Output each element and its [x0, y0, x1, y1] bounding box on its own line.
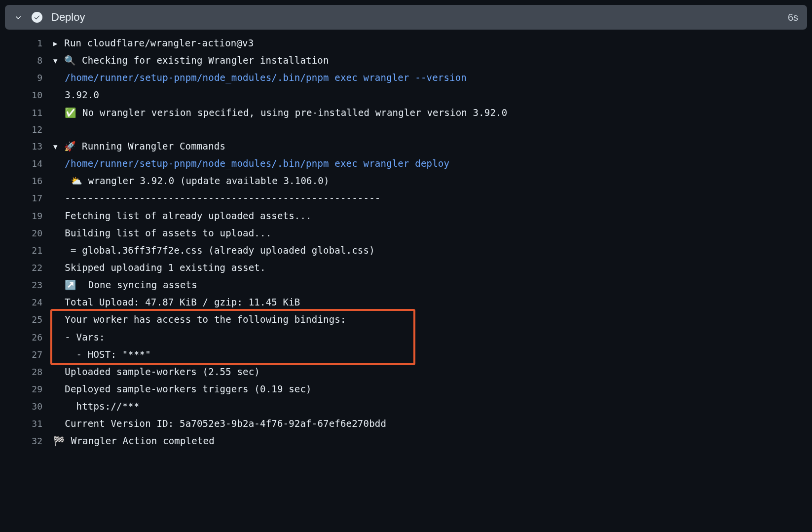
- log-line[interactable]: 30 https://***: [5, 398, 807, 415]
- line-number: 20: [5, 225, 53, 241]
- line-content: /home/runner/setup-pnpm/node_modules/.bi…: [53, 155, 807, 172]
- line-number: 28: [5, 364, 53, 380]
- log-line[interactable]: 25 Your worker has access to the followi…: [5, 311, 807, 328]
- line-number: 8: [5, 52, 53, 69]
- line-content: 3.92.0: [53, 86, 807, 104]
- line-number: 19: [5, 208, 53, 224]
- log-line[interactable]: 17 -------------------------------------…: [5, 190, 807, 207]
- log-line[interactable]: 32🏁 Wrangler Action completed: [5, 432, 807, 450]
- line-content: Total Upload: 47.87 KiB / gzip: 11.45 Ki…: [53, 294, 807, 311]
- line-number: 32: [5, 433, 53, 449]
- line-number: 23: [5, 277, 53, 293]
- log-line[interactable]: 10 3.92.0: [5, 86, 807, 104]
- log-line[interactable]: 14 /home/runner/setup-pnpm/node_modules/…: [5, 155, 807, 172]
- log-line[interactable]: 16 ⛅️ wrangler 3.92.0 (update available …: [5, 172, 807, 190]
- line-number: 16: [5, 173, 53, 189]
- log-line[interactable]: 24 Total Upload: 47.87 KiB / gzip: 11.45…: [5, 294, 807, 311]
- log-line[interactable]: 26 - Vars:: [5, 329, 807, 346]
- line-number: 29: [5, 381, 53, 397]
- line-content: Deployed sample-workers triggers (0.19 s…: [53, 380, 807, 398]
- log-output: 1 Run cloudflare/wrangler-action@v38 🔍 C…: [5, 35, 807, 450]
- log-line[interactable]: 13 🚀 Running Wrangler Commands: [5, 138, 807, 155]
- line-content: Fetching list of already uploaded assets…: [53, 207, 807, 225]
- step-header[interactable]: Deploy 6s: [5, 5, 807, 30]
- step-duration: 6s: [788, 12, 798, 23]
- log-line[interactable]: 9 /home/runner/setup-pnpm/node_modules/.…: [5, 69, 807, 86]
- line-content: 🏁 Wrangler Action completed: [53, 432, 807, 450]
- line-content: ✅ No wrangler version specified, using p…: [53, 104, 807, 121]
- log-line[interactable]: 8 🔍 Checking for existing Wrangler insta…: [5, 52, 807, 69]
- line-number: 31: [5, 416, 53, 432]
- line-number: 14: [5, 155, 53, 172]
- line-number: 25: [5, 311, 53, 328]
- log-line[interactable]: 28 Uploaded sample-workers (2.55 sec): [5, 363, 807, 380]
- line-number: 22: [5, 260, 53, 276]
- check-circle-icon: [32, 12, 42, 23]
- line-number: 30: [5, 398, 53, 415]
- line-number: 24: [5, 294, 53, 310]
- line-number: 27: [5, 346, 53, 363]
- line-number: 26: [5, 329, 53, 345]
- line-content: /home/runner/setup-pnpm/node_modules/.bi…: [53, 69, 807, 86]
- log-line[interactable]: 27 - HOST: "***": [5, 346, 807, 363]
- log-line[interactable]: 22 Skipped uploading 1 existing asset.: [5, 259, 807, 276]
- line-content: Building list of assets to upload...: [53, 225, 807, 242]
- log-line[interactable]: 12: [5, 121, 807, 138]
- log-line[interactable]: 29 Deployed sample-workers triggers (0.1…: [5, 380, 807, 398]
- line-content: https://***: [53, 398, 807, 415]
- log-line[interactable]: 20 Building list of assets to upload...: [5, 225, 807, 242]
- line-number: 21: [5, 242, 53, 259]
- line-content: - Vars:: [53, 329, 807, 346]
- line-number: 17: [5, 190, 53, 206]
- log-line[interactable]: 11 ✅ No wrangler version specified, usin…: [5, 104, 807, 121]
- line-content: Your worker has access to the following …: [53, 311, 807, 328]
- chevron-down-icon[interactable]: [14, 13, 23, 22]
- log-line[interactable]: 19 Fetching list of already uploaded ass…: [5, 207, 807, 225]
- line-number: 13: [5, 138, 53, 154]
- line-content: 🔍 Checking for existing Wrangler install…: [53, 52, 807, 69]
- line-number: 9: [5, 70, 53, 86]
- line-content: ⛅️ wrangler 3.92.0 (update available 3.1…: [53, 172, 807, 190]
- line-content: 🚀 Running Wrangler Commands: [53, 138, 807, 155]
- step-title: Deploy: [51, 11, 788, 24]
- fold-open-icon[interactable]: [53, 55, 58, 68]
- line-content: = global.36ff3f7f2e.css (already uploade…: [53, 242, 807, 259]
- line-content: Current Version ID: 5a7052e3-9b2a-4f76-9…: [53, 415, 807, 432]
- log-line[interactable]: 23 ↗️ Done syncing assets: [5, 276, 807, 294]
- line-content: ----------------------------------------…: [53, 190, 807, 207]
- log-line[interactable]: 21 = global.36ff3f7f2e.css (already uplo…: [5, 242, 807, 259]
- line-number: 1: [5, 35, 53, 51]
- line-number: 12: [5, 121, 53, 138]
- fold-open-icon[interactable]: [53, 141, 58, 153]
- line-content: ↗️ Done syncing assets: [53, 276, 807, 294]
- log-line[interactable]: 31 Current Version ID: 5a7052e3-9b2a-4f7…: [5, 415, 807, 432]
- line-number: 11: [5, 105, 53, 121]
- line-content: Uploaded sample-workers (2.55 sec): [53, 363, 807, 380]
- log-line[interactable]: 1 Run cloudflare/wrangler-action@v3: [5, 35, 807, 52]
- line-number: 10: [5, 87, 53, 103]
- line-content: Run cloudflare/wrangler-action@v3: [53, 35, 807, 52]
- line-content: - HOST: "***": [53, 346, 807, 363]
- fold-closed-icon[interactable]: [53, 38, 58, 50]
- line-content: Skipped uploading 1 existing asset.: [53, 259, 807, 276]
